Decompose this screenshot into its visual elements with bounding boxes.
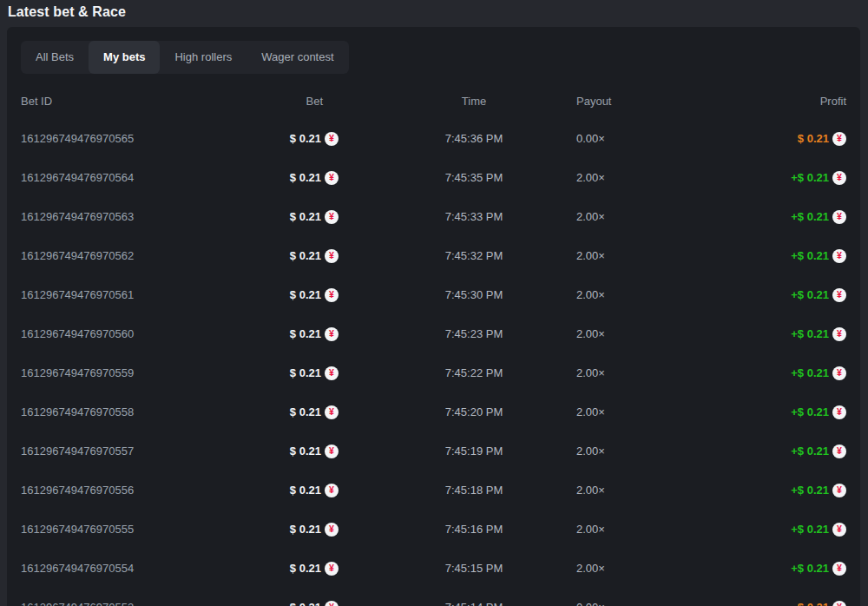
bet-profit-value: +$ 0.21 <box>791 288 829 301</box>
bet-payout: 2.00× <box>576 210 724 223</box>
bet-profit: +$ 0.21 ¥ <box>724 523 846 537</box>
yen-symbol: ¥ <box>329 290 334 300</box>
yen-symbol: ¥ <box>837 485 842 495</box>
bet-payout: 2.00× <box>576 171 724 184</box>
bet-payout: 2.00× <box>576 405 724 418</box>
bet-amount-value: $ 0.21 <box>290 484 321 497</box>
bet-time: 7:45:22 PM <box>339 366 576 379</box>
table-row[interactable]: 161296749476970555 $ 0.21 ¥ 7:45:16 PM 2… <box>21 510 846 549</box>
yen-symbol: ¥ <box>837 524 842 534</box>
yen-symbol: ¥ <box>837 368 842 378</box>
bet-id: 161296749476970564 <box>21 171 217 184</box>
yen-symbol: ¥ <box>329 407 334 417</box>
bet-profit-value: +$ 0.21 <box>791 210 829 223</box>
yen-symbol: ¥ <box>837 173 842 182</box>
tab-all-bets[interactable]: All Bets <box>21 41 89 74</box>
bet-amount: $ 0.21 ¥ <box>217 601 339 606</box>
bet-amount: $ 0.21 ¥ <box>217 366 339 380</box>
yen-symbol: ¥ <box>329 524 334 534</box>
jpy-coin-icon: ¥ <box>325 484 339 497</box>
bet-payout: 2.00× <box>576 327 724 340</box>
table-row[interactable]: 161296749476970564 $ 0.21 ¥ 7:45:35 PM 2… <box>21 158 846 197</box>
bet-amount-value: $ 0.21 <box>290 210 321 223</box>
bet-payout: 2.00× <box>576 523 724 536</box>
bet-time: 7:45:20 PM <box>339 405 576 418</box>
yen-symbol: ¥ <box>329 563 334 573</box>
column-header-time: Time <box>339 95 576 108</box>
bet-amount: $ 0.21 ¥ <box>217 523 339 537</box>
bet-profit: +$ 0.21 ¥ <box>724 210 846 224</box>
bet-time: 7:45:19 PM <box>339 445 576 458</box>
bet-payout: 2.00× <box>576 445 724 458</box>
table-row[interactable]: 161296749476970558 $ 0.21 ¥ 7:45:20 PM 2… <box>21 392 846 431</box>
jpy-coin-icon: ¥ <box>832 132 846 146</box>
table-row[interactable]: 161296749476970557 $ 0.21 ¥ 7:45:19 PM 2… <box>21 431 846 471</box>
bet-amount-value: $ 0.21 <box>290 132 321 145</box>
bet-id: 161296749476970558 <box>21 405 217 418</box>
jpy-coin-icon: ¥ <box>325 445 339 458</box>
yen-symbol: ¥ <box>329 603 334 606</box>
yen-symbol: ¥ <box>329 212 334 221</box>
table-row[interactable]: 161296749476970554 $ 0.21 ¥ 7:45:15 PM 2… <box>21 549 846 588</box>
jpy-coin-icon: ¥ <box>325 249 339 263</box>
bet-profit-value: +$ 0.21 <box>791 523 829 536</box>
table-row[interactable]: 161296749476970556 $ 0.21 ¥ 7:45:18 PM 2… <box>21 471 846 510</box>
yen-symbol: ¥ <box>329 446 334 456</box>
bet-amount-value: $ 0.21 <box>290 249 321 262</box>
yen-symbol: ¥ <box>329 485 334 495</box>
table-row[interactable]: 161296749476970553 $ 0.21 ¥ 7:45:14 PM 0… <box>21 588 846 606</box>
bet-amount-value: $ 0.21 <box>290 288 321 301</box>
jpy-coin-icon: ¥ <box>832 288 846 302</box>
jpy-coin-icon: ¥ <box>325 562 339 576</box>
bet-amount-value: $ 0.21 <box>290 562 321 575</box>
bet-profit-value: +$ 0.21 <box>791 445 829 458</box>
tab-my-bets[interactable]: My bets <box>89 41 160 74</box>
bet-profit: +$ 0.21 ¥ <box>724 562 846 576</box>
jpy-coin-icon: ¥ <box>832 523 846 537</box>
bet-amount: $ 0.21 ¥ <box>217 445 339 458</box>
table-body: 161296749476970565 $ 0.21 ¥ 7:45:36 PM 0… <box>21 119 846 606</box>
jpy-coin-icon: ¥ <box>325 366 339 380</box>
bet-profit: +$ 0.21 ¥ <box>724 327 846 341</box>
column-header-bet: Bet <box>217 95 339 108</box>
column-header-bet-id: Bet ID <box>21 95 217 108</box>
bets-table: Bet ID Bet Time Payout Profit 1612967494… <box>21 82 846 606</box>
yen-symbol: ¥ <box>329 368 334 378</box>
bet-id: 161296749476970565 <box>21 132 217 145</box>
table-row[interactable]: 161296749476970565 $ 0.21 ¥ 7:45:36 PM 0… <box>21 119 846 158</box>
bet-id: 161296749476970555 <box>21 523 217 536</box>
bet-payout: 2.00× <box>576 249 724 262</box>
column-header-profit: Profit <box>724 95 846 108</box>
bet-time: 7:45:14 PM <box>339 601 576 606</box>
bet-time: 7:45:18 PM <box>339 484 576 497</box>
table-row[interactable]: 161296749476970559 $ 0.21 ¥ 7:45:22 PM 2… <box>21 353 846 392</box>
bet-time: 7:45:36 PM <box>339 132 576 145</box>
page-title: Latest bet & Race <box>0 0 868 22</box>
table-row[interactable]: 161296749476970561 $ 0.21 ¥ 7:45:30 PM 2… <box>21 275 846 314</box>
bet-profit-value: +$ 0.21 <box>791 562 829 575</box>
bet-id: 161296749476970553 <box>21 601 217 606</box>
jpy-coin-icon: ¥ <box>832 366 846 380</box>
bet-profit: +$ 0.21 ¥ <box>724 445 846 458</box>
bet-amount-value: $ 0.21 <box>290 445 321 458</box>
yen-symbol: ¥ <box>329 251 334 260</box>
bet-profit-value: $ 0.21 <box>798 132 829 145</box>
jpy-coin-icon: ¥ <box>325 327 339 341</box>
jpy-coin-icon: ¥ <box>832 484 846 497</box>
tab-high-rollers[interactable]: High rollers <box>160 41 247 74</box>
bet-time: 7:45:33 PM <box>339 210 576 223</box>
table-row[interactable]: 161296749476970560 $ 0.21 ¥ 7:45:23 PM 2… <box>21 314 846 353</box>
bet-amount: $ 0.21 ¥ <box>217 405 339 419</box>
tab-wager-contest[interactable]: Wager contest <box>247 41 348 74</box>
yen-symbol: ¥ <box>837 446 842 456</box>
table-row[interactable]: 161296749476970562 $ 0.21 ¥ 7:45:32 PM 2… <box>21 236 846 275</box>
jpy-coin-icon: ¥ <box>325 288 339 302</box>
bet-profit: +$ 0.21 ¥ <box>724 366 846 380</box>
column-header-payout: Payout <box>576 95 724 108</box>
bet-amount-value: $ 0.21 <box>290 405 321 418</box>
table-row[interactable]: 161296749476970563 $ 0.21 ¥ 7:45:33 PM 2… <box>21 197 846 236</box>
bet-id: 161296749476970563 <box>21 210 217 223</box>
bet-id: 161296749476970554 <box>21 562 217 575</box>
jpy-coin-icon: ¥ <box>832 601 846 606</box>
bet-amount-value: $ 0.21 <box>290 171 321 184</box>
